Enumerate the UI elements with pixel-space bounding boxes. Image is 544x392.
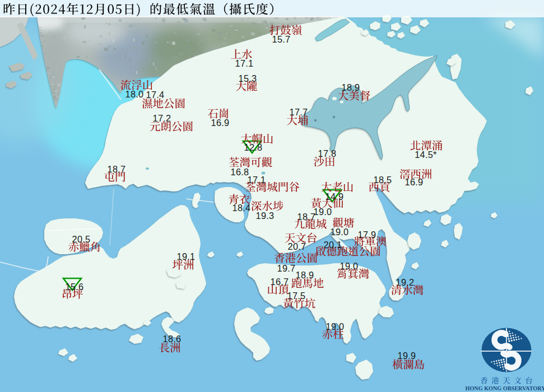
svg-text:19.9: 19.9 bbox=[398, 351, 416, 361]
svg-text:17.8: 17.8 bbox=[318, 148, 337, 158]
svg-text:18.5: 18.5 bbox=[374, 175, 392, 185]
svg-text:19.0: 19.0 bbox=[331, 227, 349, 237]
svg-text:19.3: 19.3 bbox=[256, 211, 275, 221]
svg-text:16.9: 16.9 bbox=[211, 118, 230, 128]
svg-text:18.9: 18.9 bbox=[342, 82, 360, 92]
svg-text:19.0: 19.0 bbox=[326, 321, 345, 332]
svg-text:16.8: 16.8 bbox=[231, 167, 249, 177]
svg-text:17.1: 17.1 bbox=[235, 58, 254, 68]
svg-text:15.6: 15.6 bbox=[66, 282, 84, 292]
svg-text:20.7: 20.7 bbox=[288, 241, 306, 251]
svg-text:18.4: 18.4 bbox=[233, 203, 251, 213]
svg-text:19.7: 19.7 bbox=[277, 263, 296, 273]
svg-text:18.6: 18.6 bbox=[163, 334, 182, 344]
svg-text:20.1: 20.1 bbox=[324, 240, 342, 250]
svg-text:18.9: 18.9 bbox=[296, 270, 314, 280]
svg-text:18.0: 18.0 bbox=[125, 89, 144, 99]
svg-text:12.8: 12.8 bbox=[244, 142, 263, 152]
svg-text:19.0: 19.0 bbox=[314, 207, 332, 217]
svg-text:14.5*: 14.5* bbox=[415, 150, 437, 160]
svg-text:17.4: 17.4 bbox=[146, 90, 165, 100]
svg-text:18.7: 18.7 bbox=[108, 164, 126, 174]
svg-text:17.7: 17.7 bbox=[290, 107, 308, 117]
svg-text:15.3: 15.3 bbox=[239, 73, 257, 83]
svg-text:19.1: 19.1 bbox=[177, 251, 196, 262]
svg-text:HONG KONG OBSERVATORY: HONG KONG OBSERVATORY bbox=[465, 385, 544, 391]
svg-text:14.9: 14.9 bbox=[326, 192, 344, 202]
svg-text:19.2: 19.2 bbox=[396, 277, 415, 287]
svg-text:17.9: 17.9 bbox=[358, 230, 376, 240]
svg-text:19.0: 19.0 bbox=[340, 261, 359, 271]
svg-text:17.2: 17.2 bbox=[153, 113, 171, 123]
svg-text:16.9: 16.9 bbox=[405, 177, 424, 187]
svg-text:16.7: 16.7 bbox=[271, 277, 289, 287]
svg-text:15.7: 15.7 bbox=[272, 34, 291, 44]
svg-text:18.7: 18.7 bbox=[297, 212, 316, 222]
svg-text:17.5: 17.5 bbox=[287, 291, 306, 301]
svg-text:20.5: 20.5 bbox=[72, 234, 91, 244]
svg-text:17.1: 17.1 bbox=[248, 175, 266, 185]
